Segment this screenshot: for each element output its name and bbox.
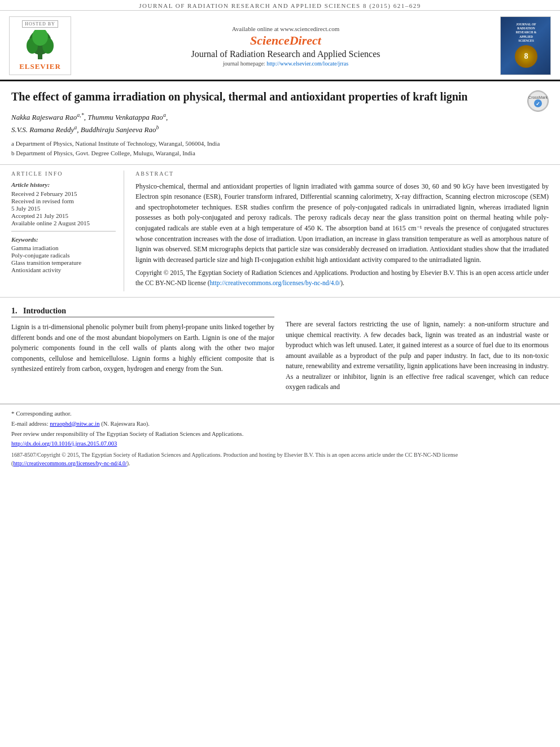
email-label: E-mail address: [11,421,49,427]
affiliation-b: b Department of Physics, Govt. Degree Co… [11,148,549,158]
journal-citation: Journal of Radiation Research and Applie… [139,2,421,9]
abstract-heading: Abstract [135,171,549,177]
elsevier-name: ELSEVIER [19,62,61,71]
footer-cc-link[interactable]: http://creativecommons.org/licenses/by-n… [13,460,126,466]
journal-cover-image: JOURNAL OFRADIATIONRESEARCH &APPLIEDSCIE… [501,17,551,75]
journal-full-name: Journal of Radiation Research and Applie… [191,49,380,59]
hosted-by-label: HOSTED BY [22,20,58,28]
journal-header: HOSTED BY ELSEVIER Available online at w… [0,11,560,81]
available-online-date: Available online 2 August 2015 [11,220,116,226]
introduction-heading: 1. Introduction [11,307,274,317]
journal-homepage-link[interactable]: http://www.elsevier.com/locate/jrras [266,60,348,67]
elsevier-logo: ELSEVIER [19,30,61,71]
keyword-2: Poly-conjugate radicals [11,252,116,259]
author3-sup: a [74,124,77,130]
author1-name: Nakka Rajeswara Rao [11,113,77,121]
keyword-1: Gamma irradiation [11,244,116,251]
received-revised-label: Received in revised form [11,198,116,204]
doi-link[interactable]: http://dx.doi.org/10.1016/j.jrras.2015.0… [11,440,117,447]
introduction-left-text: Lignin is a tri-dimensional phenolic pol… [11,322,274,374]
elsevier-tree-icon [23,30,57,61]
article-info-column: Article Info Article history: Received 2… [11,171,124,291]
abstract-column: Abstract Physico-chemical, thermal and a… [135,171,549,291]
copyright-sentence: Copyright © 2015, The Egyptian Society o… [135,269,549,286]
cc-license-link[interactable]: http://creativecommons.org/licenses/by-n… [210,279,341,286]
abstract-paragraph: Physico-chemical, thermal and antioxidan… [135,181,549,265]
author2-sup: a [163,112,166,118]
svg-text:✓: ✓ [536,101,540,107]
corresponding-author-note: * Corresponding author. [11,410,72,417]
crossmark-svg: CrossMark ✓ [528,91,548,111]
keyword-3: Glass transition temperature [11,259,116,266]
crossmark: CrossMark ✓ [527,90,549,112]
email-link[interactable]: nrraophd@nitw.ac.in [50,421,99,427]
journal-cover: JOURNAL OFRADIATIONRESEARCH &APPLIEDSCIE… [500,16,551,75]
authors-line: Nakka Rajeswara Raoa,*, Thummu Venkatapp… [11,111,549,136]
copyright-text: Copyright © 2015, The Egyptian Society o… [135,268,549,288]
cover-title: JOURNAL OFRADIATIONRESEARCH &APPLIEDSCIE… [516,23,537,43]
author4-sup: b [156,124,159,130]
divider [11,231,116,231]
footer-doi: http://dx.doi.org/10.1016/j.jrras.2015.0… [11,439,549,448]
accepted-date: Accepted 21 July 2015 [11,212,116,219]
body-right-column: There are several factors restricting th… [286,307,549,392]
footer-peer-review: Peer review under responsibility of The … [11,430,549,439]
affiliation-a: a Department of Physics, National Instit… [11,139,549,148]
affiliations: a Department of Physics, National Instit… [11,139,549,158]
footer-section: * Corresponding author. E-mail address: … [0,404,560,471]
footer-star-note: * Corresponding author. [11,409,549,418]
author4-name: Buddhiraju Sanjeeva Rao [81,125,156,134]
elsevier-branding: HOSTED BY ELSEVIER [9,16,71,75]
abstract-text: Physico-chemical, thermal and antioxidan… [135,181,549,288]
email-name: (N. Rajeswara Rao). [101,421,150,427]
available-online-text: Available online at www.sciencedirect.co… [232,25,340,32]
received-date: Received 2 February 2015 [11,190,116,197]
keywords-label: Keywords: [11,236,116,243]
crossmark-icon: CrossMark ✓ [527,90,549,112]
journal-homepage: journal homepage: http://www.elsevier.co… [223,60,348,67]
sciencedirect-brand: ScienceDirect [250,33,321,48]
journal-center-header: Available online at www.sciencedirect.co… [77,16,495,75]
journal-info-bar: Journal of Radiation Research and Applie… [0,0,560,11]
article-title: The effect of gamma irradiation on physi… [11,89,549,104]
author1-sup: a,* [77,112,84,118]
cover-emblem-icon: 8 [515,45,537,68]
body-left-column: 1. Introduction Lignin is a tri-dimensio… [11,307,274,392]
article-title-section: CrossMark ✓ The effect of gamma irradiat… [0,81,560,165]
article-info-heading: Article Info [11,171,116,177]
footer-copyright-sentence: 1687-8507/Copyright © 2015, The Egyptian… [11,452,458,466]
intro-number: 1. [11,307,18,315]
body-section: 1. Introduction Lignin is a tri-dimensio… [0,298,560,398]
journal-homepage-label: journal homepage: [223,60,265,67]
article-info-abstract-section: Article Info Article history: Received 2… [0,165,560,298]
keyword-4: Antioxidant activity [11,267,116,273]
intro-title: Introduction [23,307,66,315]
received-revised-date: 5 July 2015 [11,205,116,212]
author3-name: S.V.S. Ramana Reddy [11,125,74,134]
article-history-label: Article history: [11,181,116,188]
author2-name: Thummu Venkatappa Rao [88,113,163,121]
footer-copyright-text: 1687-8507/Copyright © 2015, The Egyptian… [11,451,549,468]
introduction-right-text: There are several factors restricting th… [286,319,549,392]
svg-text:CrossMark: CrossMark [528,95,548,99]
footer-email: E-mail address: nrraophd@nitw.ac.in (N. … [11,420,549,429]
